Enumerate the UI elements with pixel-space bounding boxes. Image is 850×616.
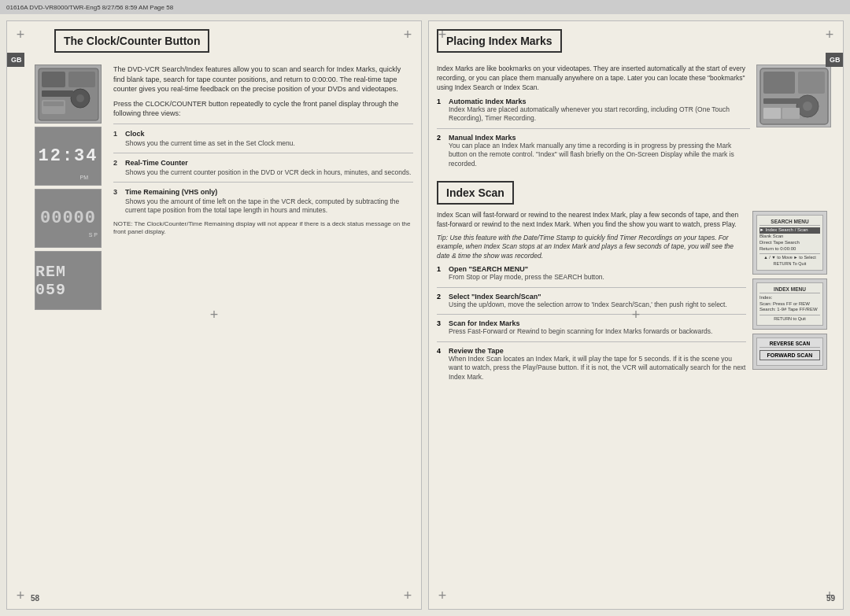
item-description: Using the up/down, move the selection ar…: [449, 301, 746, 309]
item-number: 1: [437, 265, 445, 282]
placing-section: Placing Index Marks: [437, 29, 835, 61]
search-menu-item-2: Blank Scan: [759, 234, 820, 240]
search-menu-item-3: Direct Tape Search: [759, 240, 820, 246]
right-page: GB Placing Index Marks Index Marks are l…: [428, 20, 844, 610]
vcr-svg: [37, 67, 100, 122]
display-clock: 12:34 PM: [35, 127, 102, 186]
item-number: 4: [437, 347, 445, 382]
crosshair-center-left: [209, 310, 220, 321]
svg-rect-5: [42, 90, 73, 97]
page-number-right: 59: [826, 594, 835, 603]
page-number-left: 58: [31, 594, 39, 603]
item-number: 3: [113, 187, 121, 216]
sp-label: S P: [89, 232, 98, 238]
vcr-device-image: [35, 65, 102, 124]
crosshair-top-right-r: [824, 29, 835, 40]
tip-text: Tip: Use this feature with the Date/Time…: [437, 234, 746, 260]
item-title: Real-Time Counter: [125, 158, 413, 168]
item-description: When Index Scan locates an Index Mark, i…: [449, 355, 746, 382]
index-scan-section: Index Scan Index Scan will fast-forward …: [437, 181, 835, 386]
svg-rect-2: [68, 72, 95, 87]
list-item: 1 Clock Shows you the current time as se…: [113, 129, 413, 148]
top-bar-text: 01616A DVD-VR8000/TWR-Eng5 8/27/56 8:59 …: [6, 4, 173, 11]
search-menu-title: SEARCH MENU: [759, 218, 820, 226]
item-description: From Stop or Play mode, press the SEARCH…: [449, 273, 746, 282]
page-container: 01616A DVD-VR8000/TWR-Eng5 8/27/56 8:59 …: [0, 0, 850, 616]
item-title: Clock: [125, 129, 413, 139]
gb-badge-right: GB: [826, 53, 843, 67]
item-description: Press Fast-Forward or Rewind to begin sc…: [449, 327, 746, 336]
item-content: Select "Index Search/Scan" Using the up/…: [449, 293, 746, 309]
item-content: Clock Shows you the current time as set …: [125, 129, 413, 148]
item-number: 1: [113, 129, 121, 148]
index-menu-content: INDEX MENU Index: Scan: Press FF or REW …: [756, 282, 823, 326]
list-item: 3 Time Remaining (VHS only) Shows you th…: [113, 187, 413, 216]
index-scan-title: Index Scan: [437, 181, 514, 205]
scan-direction-content: REVERSE SCAN FORWARD SCAN: [756, 338, 823, 366]
placing-intro: Index Marks are like bookmarks on your v…: [437, 65, 750, 93]
intro-text-2: Press the CLOCK/COUNTER button repeatedl…: [113, 99, 413, 119]
search-menu-screen: SEARCH MENU ► Index Search / Scan Blank …: [752, 211, 827, 275]
item-number: 2: [113, 158, 121, 177]
right-images: [756, 65, 835, 173]
item-number: 1: [437, 98, 445, 124]
index-search-line: Search: 1-9# Tape FF/REW: [759, 307, 820, 313]
item-description: You can place an Index Mark manually any…: [449, 142, 750, 168]
index-menu-title: INDEX MENU: [759, 286, 820, 293]
right-text-placing: Index Marks are like bookmarks on your v…: [437, 65, 756, 173]
crosshair-top-right: [402, 29, 413, 40]
counter-display-text: 00000: [40, 208, 96, 228]
svg-rect-15: [782, 108, 800, 119]
index-menu-screen: INDEX MENU Index: Scan: Press FF or REW …: [752, 278, 827, 330]
item-title: Time Remaining (VHS only): [125, 187, 413, 197]
item-description: Index Marks are placed automatically whe…: [449, 105, 750, 124]
item-content: Manual Index Marks You can place an Inde…: [449, 134, 750, 168]
crosshair-bottom-left: [15, 590, 26, 601]
item-number: 3: [437, 319, 445, 336]
clock-display-text: 12:34: [38, 146, 98, 166]
vcr-top-svg: [759, 67, 830, 126]
item-content: Automatic Index Marks Index Marks are pl…: [449, 98, 750, 124]
svg-rect-10: [798, 72, 825, 94]
scan-images: SEARCH MENU ► Index Search / Scan Blank …: [752, 211, 835, 386]
top-bar: 01616A DVD-VR8000/TWR-Eng5 8/27/56 8:59 …: [0, 0, 850, 14]
list-item: 2 Select "Index Search/Scan" Using the u…: [437, 293, 746, 309]
index-scan-line: Scan: Press FF or REW: [759, 301, 820, 308]
item-number: 2: [437, 134, 445, 168]
list-item: 2 Manual Index Marks You can place an In…: [437, 134, 750, 168]
list-item: 1 Automatic Index Marks Index Marks are …: [437, 98, 750, 124]
gb-badge-left: GB: [7, 53, 24, 67]
device-images: 12:34 PM 00000 S P REM 059: [35, 65, 105, 310]
list-item: 2 Real-Time Counter Shows you the curren…: [113, 158, 413, 177]
search-menu-content: SEARCH MENU ► Index Search / Scan Blank …: [756, 215, 823, 271]
list-item: 1 Open "SEARCH MENU" From Stop or Play m…: [437, 265, 746, 282]
svg-point-12: [803, 101, 812, 111]
search-menu-item-4: Return to 0:00:00: [759, 246, 820, 253]
reverse-scan-label: REVERSE SCAN: [759, 341, 820, 348]
index-return-line: RETURN to Quit: [759, 315, 820, 323]
left-inner: 12:34 PM 00000 S P REM 059 The DVD-: [35, 65, 413, 310]
scan-direction-screen: REVERSE SCAN FORWARD SCAN: [752, 334, 827, 370]
svg-point-4: [76, 94, 84, 102]
pm-label: PM: [80, 175, 89, 180]
display-remaining: REM 059: [35, 251, 102, 310]
item-title: Review the Tape: [449, 347, 746, 355]
scan-text: Index Scan will fast-forward or rewind t…: [437, 211, 752, 386]
item-title: Select "Index Search/Scan": [449, 293, 746, 301]
numbered-list: 1 Clock Shows you the current time as se…: [113, 129, 413, 216]
placing-title: Placing Index Marks: [437, 29, 562, 53]
scan-inner: Index Scan will fast-forward or rewind t…: [437, 211, 835, 386]
search-menu-nav-hint: ▲ / ▼ to Move ► to SelectRETURN To Quit: [759, 253, 820, 267]
crosshair-bottom-left-r: [437, 590, 448, 601]
left-page: GB The Clock/Counter Button: [6, 20, 422, 610]
item-description: Shows you the amount of time left on the…: [125, 197, 413, 216]
right-inner: Index Marks are like bookmarks on your v…: [437, 65, 835, 173]
crosshair-center-right: [630, 310, 641, 321]
list-item: 4 Review the Tape When Index Scan locate…: [437, 347, 746, 382]
scan-intro: Index Scan will fast-forward or rewind t…: [437, 211, 746, 230]
svg-rect-1: [42, 72, 65, 87]
search-menu-item-1: ► Index Search / Scan: [759, 227, 820, 234]
item-content: Time Remaining (VHS only) Shows you the …: [125, 187, 413, 216]
item-title: Scan for Index Marks: [449, 319, 746, 327]
crosshair-bottom-right: [402, 590, 413, 601]
